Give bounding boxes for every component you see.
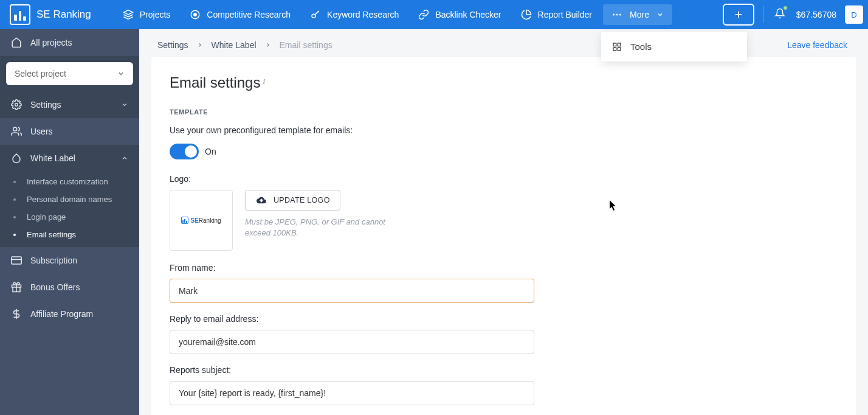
nav-report[interactable]: Report Builder	[512, 4, 601, 25]
logo-preview: SERanking	[170, 190, 233, 251]
plus-icon	[733, 9, 744, 20]
add-button[interactable]	[723, 4, 754, 26]
svg-point-8	[619, 14, 621, 16]
topbar: SE Ranking Projects Competitive Research…	[0, 0, 868, 29]
template-toggle[interactable]	[170, 144, 199, 159]
nav-backlink-label: Backlink Checker	[435, 10, 501, 19]
white-label-sublist: Interface customization Personal domain …	[0, 172, 139, 247]
main: Tools Settings White Label Email setting…	[139, 29, 868, 415]
sidebar-bonus-label: Bonus Offers	[30, 282, 80, 292]
nav-more[interactable]: More	[603, 4, 672, 25]
svg-point-11	[15, 103, 18, 106]
sub-email[interactable]: Email settings	[0, 226, 139, 243]
chevron-down-icon	[121, 101, 128, 108]
nav-keyword-label: Keyword Research	[327, 10, 399, 19]
cloud-upload-icon	[255, 195, 267, 205]
reply-label: Reply to email address:	[170, 314, 838, 324]
subject-label: Reports subject:	[170, 365, 838, 375]
sidebar-white-label[interactable]: White Label	[0, 145, 139, 172]
content-card: Email settings i TEMPLATE Use your own p…	[151, 57, 856, 415]
nav-projects[interactable]: Projects	[114, 4, 179, 25]
svg-rect-20	[618, 47, 621, 51]
brand-name: SE Ranking	[36, 9, 91, 21]
reply-email-input[interactable]	[170, 330, 534, 354]
crumb-settings[interactable]: Settings	[157, 40, 188, 50]
svg-rect-18	[613, 43, 616, 46]
dollar-icon	[11, 309, 22, 319]
project-select-wrap: Select project	[0, 56, 139, 91]
crumb-email: Email settings	[280, 40, 332, 50]
logo-hint: Must be JPEG, PNG, or GIF and cannot exc…	[245, 217, 391, 238]
info-icon[interactable]: i	[263, 77, 265, 86]
sidebar-affiliate[interactable]: Affiliate Program	[0, 301, 139, 327]
nav-projects-label: Projects	[140, 10, 171, 19]
sidebar-all-projects[interactable]: All projects	[0, 29, 139, 56]
avatar[interactable]: D	[845, 5, 863, 24]
project-select[interactable]: Select project	[6, 62, 133, 85]
notifications[interactable]	[772, 5, 788, 24]
tools-popup-label: Tools	[630, 41, 652, 52]
top-nav: Projects Competitive Research Keyword Re…	[114, 4, 672, 25]
sub-interface[interactable]: Interface customization	[0, 173, 139, 190]
from-name-input[interactable]	[170, 279, 534, 303]
page-title: Email settings	[170, 74, 260, 91]
gear-icon	[11, 99, 22, 110]
sidebar-bonus[interactable]: Bonus Offers	[0, 274, 139, 301]
logo-label: Logo:	[170, 174, 838, 184]
svg-rect-21	[613, 47, 616, 51]
tools-popup[interactable]: Tools	[601, 32, 747, 61]
nav-backlink[interactable]: Backlink Checker	[410, 4, 509, 25]
brand-logo[interactable]: SE Ranking	[5, 4, 96, 25]
template-desc: Use your own preconfigured template for …	[170, 125, 838, 135]
sidebar-settings-label: Settings	[30, 100, 61, 110]
sub-email-label: Email settings	[27, 230, 76, 239]
home-icon	[11, 37, 22, 48]
svg-point-6	[613, 14, 615, 16]
svg-point-3	[312, 14, 315, 18]
sub-domains-label: Personal domain names	[27, 195, 112, 204]
dots-icon	[611, 9, 622, 20]
sidebar-affiliate-label: Affiliate Program	[30, 309, 93, 319]
grid-icon	[612, 42, 622, 52]
project-select-placeholder: Select project	[15, 69, 66, 78]
breadcrumb: Settings White Label Email settings Leav…	[139, 29, 868, 55]
notification-dot	[783, 5, 788, 10]
chevron-right-icon	[265, 42, 271, 48]
target-icon	[190, 9, 201, 20]
nav-more-label: More	[630, 10, 649, 19]
layers-icon	[123, 9, 134, 20]
svg-point-7	[616, 14, 618, 16]
svg-line-5	[319, 12, 320, 13]
users-icon	[11, 126, 22, 137]
chevron-down-icon	[117, 70, 125, 77]
sidebar-settings[interactable]: Settings	[0, 91, 139, 118]
sidebar-users-label: Users	[30, 127, 53, 136]
sub-login[interactable]: Login page	[0, 208, 139, 226]
balance[interactable]: $67.56708	[796, 10, 836, 19]
sub-login-label: Login page	[27, 212, 66, 221]
droplet-icon	[11, 153, 22, 164]
gift-icon	[11, 282, 22, 293]
sidebar-users[interactable]: Users	[0, 118, 139, 145]
chevron-up-icon	[121, 155, 128, 162]
crumb-white-label[interactable]: White Label	[212, 40, 257, 50]
from-name-label: From name:	[170, 263, 838, 273]
toggle-state-label: On	[205, 147, 216, 156]
reports-subject-input[interactable]	[170, 381, 534, 405]
leave-feedback-link[interactable]: Leave feedback	[787, 40, 850, 50]
chevron-down-icon	[656, 11, 664, 18]
update-logo-button[interactable]: UPDATE LOGO	[245, 190, 340, 211]
sidebar-all-projects-label: All projects	[30, 38, 72, 47]
sidebar-subscription-label: Subscription	[30, 256, 77, 265]
nav-competitive[interactable]: Competitive Research	[181, 4, 299, 25]
link-icon	[418, 9, 429, 20]
nav-report-label: Report Builder	[538, 10, 593, 19]
update-logo-label: UPDATE LOGO	[274, 196, 330, 204]
sub-domains[interactable]: Personal domain names	[0, 190, 139, 208]
nav-keyword[interactable]: Keyword Research	[301, 4, 407, 25]
svg-point-12	[13, 127, 17, 131]
svg-point-2	[194, 13, 197, 16]
sidebar-subscription[interactable]: Subscription	[0, 247, 139, 274]
divider	[763, 6, 763, 23]
key-icon	[310, 9, 321, 20]
